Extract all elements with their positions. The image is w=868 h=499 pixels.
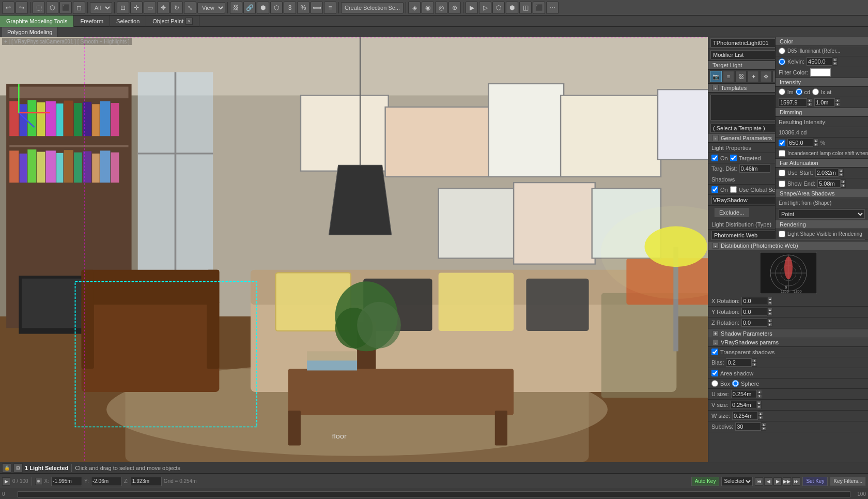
light-shape-visible-checkbox[interactable] [779,231,785,237]
icon-knot-btn[interactable]: ⛓ [735,71,747,82]
render2-btn[interactable]: ▷ [479,2,491,14]
next-btn[interactable]: ▶▶ [783,477,791,486]
render6-btn[interactable]: ⬛ [533,2,545,14]
select-move-btn[interactable]: ✛ [130,2,143,14]
color-section-header[interactable]: Color [776,37,868,46]
play-fwd-btn[interactable]: ▶ [773,477,782,486]
shape-header[interactable]: Shape/Area Shadows [776,189,868,198]
align-btn[interactable]: ≡ [324,2,336,14]
kelvin-up-btn[interactable]: ▲ [832,57,838,62]
create-selection-btn[interactable]: Create Selection Se... [341,2,404,13]
icon-camera-btn[interactable]: 📷 [710,71,722,82]
next-frame-btn[interactable]: ⏭ [792,477,800,486]
fs-up-btn[interactable]: ▲ [839,169,844,173]
on-checkbox[interactable] [711,155,718,161]
transparent-shadows-checkbox[interactable] [711,349,718,355]
y-rotation-input[interactable] [741,308,767,316]
snap2-btn[interactable]: ◉ [422,2,434,14]
v-up-btn[interactable]: ▲ [756,401,762,405]
y-up-btn[interactable]: ▲ [767,308,772,312]
redo-btn[interactable]: ↪ [16,2,28,14]
targ-dist-input[interactable] [739,164,770,173]
v-down-btn[interactable]: ▼ [756,405,762,409]
general-toggle[interactable]: - [712,135,719,141]
x-rotation-input[interactable] [741,297,767,305]
use-global-checkbox[interactable] [730,186,737,193]
sphere-radio[interactable] [732,380,739,387]
rotate-btn[interactable]: ↻ [171,2,183,14]
kelvin-input[interactable] [807,57,832,66]
key-filters-btn[interactable]: Key Filters... [830,477,866,486]
exclude-btn[interactable]: Exclude... [715,208,749,217]
w-size-input[interactable] [732,412,758,420]
tab-object-paint[interactable]: Object Paint × [146,16,199,27]
at-up-btn[interactable]: ▲ [835,98,840,102]
shadow-params-header[interactable]: + Shadow Parameters [708,329,868,338]
move-btn[interactable]: ✥ [157,2,169,14]
area-shadow-checkbox[interactable] [711,370,718,376]
snap-icon[interactable]: ⊕ [35,478,42,485]
window-crossing-btn[interactable]: ⊡ [117,2,129,14]
snap3-btn[interactable]: ◎ [435,2,447,14]
snap1-btn[interactable]: ◈ [408,2,421,14]
bias-up-btn[interactable]: ▲ [752,358,757,362]
z-coord-input[interactable] [131,477,162,486]
subdivs-down-btn[interactable]: ▼ [761,427,766,431]
z-up-btn[interactable]: ▲ [767,319,772,323]
render1-btn[interactable]: ▶ [466,2,478,14]
subdivs-input[interactable] [735,422,761,431]
u-size-input[interactable] [731,390,757,398]
link-btn[interactable]: ⛓ [230,2,242,14]
render5-btn[interactable]: ◫ [519,2,532,14]
fence-btn[interactable]: ◻ [73,2,85,14]
rect-btn[interactable]: ▭ [144,2,156,14]
far-end-input[interactable] [817,179,841,188]
timeline-track[interactable] [18,491,850,497]
rendering-header[interactable]: Rendering [776,220,868,229]
lxat-radio[interactable] [812,88,819,95]
play-icon[interactable]: ▶ [2,477,10,486]
obj-btn[interactable]: ⬢ [257,2,269,14]
vrayshadows-header[interactable]: - VRayShadows params [708,338,868,347]
scale-btn[interactable]: ⤡ [184,2,196,14]
prev-btn[interactable]: ◀ [764,477,772,486]
tab-freeform[interactable]: Freeform [74,16,110,27]
pct-down-btn[interactable]: ▼ [813,143,818,147]
bias-down-btn[interactable]: ▼ [752,362,757,367]
z-down-btn[interactable]: ▼ [767,323,772,327]
v-size-input[interactable] [731,401,756,409]
tab-graphite[interactable]: Graphite Modeling Tools [0,16,74,27]
shadow-params-toggle[interactable]: + [712,330,719,337]
close-tab-btn[interactable]: × [185,18,193,25]
w-down-btn[interactable]: ▼ [758,416,763,420]
hierarchy-btn[interactable]: ⬡ [270,2,283,14]
viewport[interactable]: + | [ VRayPhysicalCamera001 ] [ Smooth +… [0,37,708,462]
prev-frame-btn[interactable]: ⏮ [755,477,763,486]
fe-up-btn[interactable]: ▲ [841,179,846,184]
w-up-btn[interactable]: ▲ [758,412,763,416]
intensity-input[interactable] [779,98,807,107]
num3-btn[interactable]: 3 [284,2,296,14]
far-show-checkbox[interactable] [779,180,785,187]
templates-toggle[interactable]: - [712,85,719,91]
percent-checkbox[interactable] [779,140,785,146]
d65-radio[interactable] [779,48,785,54]
bias-input[interactable] [726,358,752,367]
cd-radio[interactable] [796,88,802,95]
fs-down-btn[interactable]: ▼ [839,173,844,177]
kelvin-down-btn[interactable]: ▼ [832,62,838,66]
u-up-btn[interactable]: ▲ [757,390,762,394]
far-atten-header[interactable]: Far Attenuation [776,159,868,168]
fe-down-btn[interactable]: ▼ [841,184,846,188]
more-btn[interactable]: ⋯ [546,2,559,14]
icon-lines-btn[interactable]: ≡ [723,71,734,82]
kelvin-radio[interactable] [779,58,785,65]
vrayshadows-toggle[interactable]: - [712,339,719,345]
subdivs-up-btn[interactable]: ▲ [761,422,766,427]
filter-color-swatch[interactable] [810,68,831,77]
x-down-btn[interactable]: ▼ [767,301,772,305]
select-btn[interactable]: ⬚ [33,2,45,14]
z-rotation-input[interactable] [741,319,767,327]
render4-btn[interactable]: ⬢ [506,2,518,14]
y-down-btn[interactable]: ▼ [767,312,772,316]
